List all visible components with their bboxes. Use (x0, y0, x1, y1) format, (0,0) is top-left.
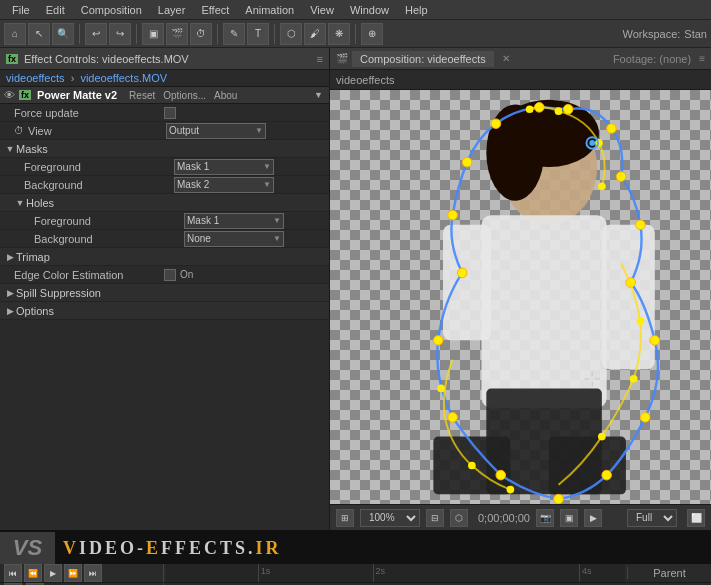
expand-icon[interactable]: ▼ (314, 90, 323, 100)
grid-btn[interactable]: ⊞ (336, 509, 354, 527)
view-dropdown[interactable]: Output ▼ (166, 123, 266, 139)
undo-tool[interactable]: ↩ (85, 23, 107, 45)
holes-foreground-dropdown[interactable]: Mask 1 ▼ (184, 213, 284, 229)
timeline-tool[interactable]: ⏱ (190, 23, 212, 45)
clone-tool[interactable]: ❋ (328, 23, 350, 45)
region-btn[interactable]: ⬜ (687, 509, 705, 527)
options-btn[interactable]: Options... (163, 90, 206, 101)
masks-section[interactable]: ▼ Masks (0, 140, 329, 158)
svg-point-0 (501, 109, 597, 225)
menu-view[interactable]: View (302, 4, 342, 16)
force-update-checkbox[interactable] (164, 107, 176, 119)
edge-color-row: Edge Color Estimation On (0, 266, 329, 284)
breadcrumb-main: videoeffects (6, 72, 65, 84)
spill-section[interactable]: ▶ Spill Suppression (0, 284, 329, 302)
breadcrumb-sub[interactable]: videoeffects.MOV (80, 72, 167, 84)
pen-tool[interactable]: ✎ (223, 23, 245, 45)
holes-background-label: Background (34, 233, 184, 245)
trimap-section[interactable]: ▶ Trimap (0, 248, 329, 266)
force-update-label: Force update (14, 107, 164, 119)
puppet-tool[interactable]: ⊕ (361, 23, 383, 45)
view-label: View (28, 125, 166, 137)
shape-tool[interactable]: ⬡ (280, 23, 302, 45)
menu-file[interactable]: File (4, 4, 38, 16)
menu-animation[interactable]: Animation (237, 4, 302, 16)
select-tool[interactable]: ↖ (28, 23, 50, 45)
holes-bg-arrow: ▼ (273, 234, 281, 243)
zoom-select[interactable]: 100% 50% 200% (360, 509, 420, 527)
mask-foreground-label: Foreground (24, 161, 174, 173)
brand-bar: VS VIDEO-EFFECTS.IR (0, 532, 711, 564)
menu-help[interactable]: Help (397, 4, 436, 16)
svg-rect-2 (443, 225, 491, 341)
svg-rect-5 (433, 437, 510, 495)
menu-window[interactable]: Window (342, 4, 397, 16)
menu-edit[interactable]: Edit (38, 4, 73, 16)
menu-layer[interactable]: Layer (150, 4, 194, 16)
tl-btn-2[interactable]: ⏪ (24, 564, 42, 582)
layer-btn[interactable]: ▣ (560, 509, 578, 527)
tl-btn-3[interactable]: ▶ (44, 564, 62, 582)
mask-background-label: Background (24, 179, 174, 191)
comp-tab[interactable]: Composition: videoeffects (352, 51, 494, 67)
timeline-marks: 1s 2s 4s (166, 564, 625, 582)
tl-btn-4[interactable]: ⏩ (64, 564, 82, 582)
quality-select[interactable]: Full Half Quarter (627, 509, 677, 527)
render-tool[interactable]: ▣ (142, 23, 164, 45)
brand-text-area: VIDEO-EFFECTS.IR (55, 532, 711, 564)
edge-color-value: On (164, 269, 325, 281)
holes-foreground-dropdown-value: Mask 1 (187, 215, 219, 226)
view-dropdown-value: Output (169, 125, 199, 136)
snap-btn[interactable]: ⊟ (426, 509, 444, 527)
options-section[interactable]: ▶ Options (0, 302, 329, 320)
svg-point-14 (650, 336, 660, 346)
zoom-tool[interactable]: 🔍 (52, 23, 74, 45)
holes-fg-arrow: ▼ (273, 216, 281, 225)
holes-background-dropdown-value: None (187, 233, 211, 244)
comp-tool[interactable]: 🎬 (166, 23, 188, 45)
tl-btn-5[interactable]: ⏭ (84, 564, 102, 582)
holes-background-dropdown[interactable]: None ▼ (184, 231, 284, 247)
mask-background-dropdown-value: Mask 2 (177, 179, 209, 190)
canvas-svg (330, 90, 711, 504)
stopwatch-icon: ⏱ (14, 125, 24, 136)
svg-point-41 (589, 140, 595, 146)
mask-background-dropdown[interactable]: Mask 2 ▼ (174, 177, 274, 193)
spill-label: Spill Suppression (16, 287, 101, 299)
comp-tab-close[interactable]: ✕ (502, 53, 510, 64)
menu-composition[interactable]: Composition (73, 4, 150, 16)
effect-name: Power Matte v2 (37, 89, 117, 101)
main-layout: fx Effect Controls: videoeffects.MOV ≡ v… (0, 48, 711, 530)
holes-section[interactable]: ▼ Holes (0, 194, 329, 212)
reset-btn[interactable]: Reset (129, 90, 155, 101)
brush-tool[interactable]: 🖌 (304, 23, 326, 45)
toolbar-sep-4 (274, 24, 275, 44)
tl-btn-1[interactable]: ⏮ (4, 564, 22, 582)
holes-background-value: None ▼ (184, 231, 325, 247)
redo-tool[interactable]: ↪ (109, 23, 131, 45)
bottom-area: VS VIDEO-EFFECTS.IR ⏮ ⏪ ▶ ⏩ ⏭ 1s 2s 4s P… (0, 530, 711, 585)
visibility-icon[interactable]: 👁 (4, 89, 15, 101)
edge-color-checkbox[interactable] (164, 269, 176, 281)
toolbar: ⌂ ↖ 🔍 ↩ ↪ ▣ 🎬 ⏱ ✎ T ⬡ 🖌 ❋ ⊕ Workspace: S… (0, 20, 711, 48)
about-btn[interactable]: Abou (214, 90, 237, 101)
mask-foreground-row: Foreground Mask 1 ▼ (0, 158, 329, 176)
comp-footer: ⊞ 100% 50% 200% ⊟ ⬡ 0;00;00;00 📷 ▣ ▶ Ful… (330, 504, 711, 530)
svg-point-17 (554, 494, 564, 504)
fx-badge: fx (19, 90, 31, 100)
home-tool[interactable]: ⌂ (4, 23, 26, 45)
svg-point-23 (462, 157, 472, 167)
mask-btn[interactable]: ⬡ (450, 509, 468, 527)
comp-name-bar: videoeffects (330, 70, 711, 90)
svg-point-15 (640, 413, 650, 423)
mask-foreground-dropdown[interactable]: Mask 1 ▼ (174, 159, 274, 175)
text-tool[interactable]: T (247, 23, 269, 45)
panel-menu-right[interactable]: ≡ (699, 53, 705, 64)
svg-point-21 (457, 268, 467, 278)
camera-btn[interactable]: 📷 (536, 509, 554, 527)
menu-effect[interactable]: Effect (193, 4, 237, 16)
panel-menu-icon[interactable]: ≡ (317, 53, 323, 65)
view-row: ⏱ View Output ▼ (0, 122, 329, 140)
render-btn[interactable]: ▶ (584, 509, 602, 527)
comp-canvas[interactable] (330, 90, 711, 504)
